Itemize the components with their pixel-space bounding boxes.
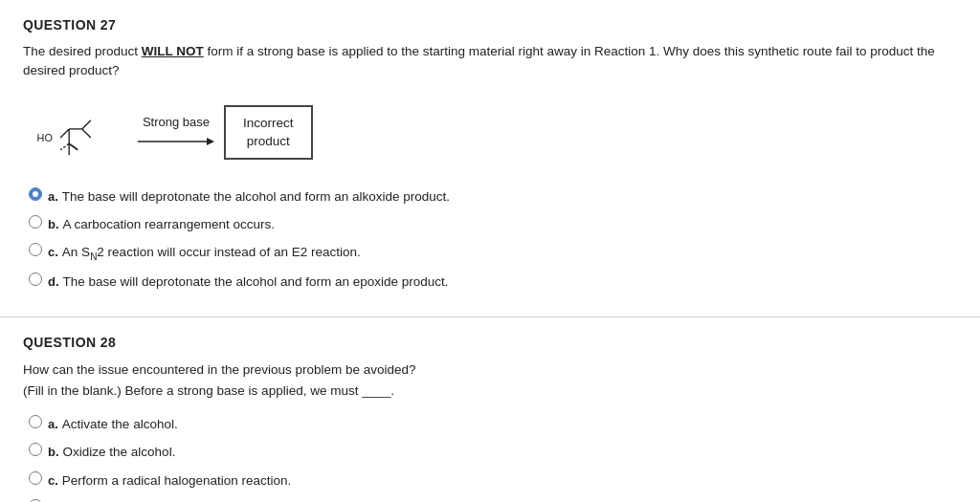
svg-line-7	[69, 143, 78, 149]
question-28-title: QUESTION 28	[23, 335, 957, 350]
starting-material-svg: HO	[33, 95, 128, 171]
question-28-text: How can the issue encountered in the pre…	[23, 360, 957, 401]
product-text: Incorrectproduct	[243, 116, 294, 148]
q27-radio-c[interactable]	[29, 243, 42, 256]
reaction-arrow-area: Strong base	[138, 115, 214, 150]
question-27-block: QUESTION 27 The desired product WILL NOT…	[0, 0, 980, 317]
q28-option-c[interactable]: c. Perform a radical halogenation reacti…	[29, 470, 957, 491]
q27-label-c: c.	[48, 243, 58, 262]
q27-label-a: a.	[48, 187, 58, 207]
q28-text-c: Perform a radical halogenation reaction.	[62, 471, 291, 491]
question-28-block: QUESTION 28 How can the issue encountere…	[0, 317, 980, 502]
q27-option-a[interactable]: a. The base will deprotonate the alcohol…	[29, 186, 957, 207]
question-27-title: QUESTION 27	[23, 17, 957, 33]
product-box: Incorrectproduct	[224, 105, 313, 161]
q27-option-b[interactable]: b. A carbocation rearrangement occurs.	[29, 214, 957, 234]
arrow-svg	[138, 133, 214, 150]
q28-text-a: Activate the alcohol.	[62, 415, 178, 434]
q28-option-a[interactable]: a. Activate the alcohol.	[29, 414, 957, 434]
q28-text-line1: How can the issue encountered in the pre…	[23, 362, 416, 377]
reaction-diagram: HO Strong base	[33, 95, 957, 171]
q27-label-d: d.	[48, 273, 59, 292]
q27-text-before-underline: The desired product	[23, 44, 142, 58]
q28-label-b: b.	[48, 443, 59, 462]
reaction-arrow-line	[138, 133, 214, 150]
q28-text-b: Oxidize the alcohol.	[63, 443, 176, 462]
q27-text-a: The base will deprotonate the alcohol an…	[62, 187, 450, 207]
q27-text-b: A carbocation rearrangement occurs.	[63, 215, 275, 234]
q28-radio-c[interactable]	[29, 471, 42, 485]
q27-text-underline: WILL NOT	[142, 44, 204, 58]
q28-text-line2: (Fill in the blank.) Before a strong bas…	[23, 383, 394, 398]
q28-radio-a[interactable]	[29, 415, 42, 428]
q27-text-c: An SN2 reaction will occur instead of an…	[62, 243, 361, 264]
q27-label-b: b.	[48, 215, 59, 234]
q27-option-c[interactable]: c. An SN2 reaction will occur instead of…	[29, 242, 957, 264]
q27-text-d: The base will deprotonate the alcohol an…	[63, 273, 449, 292]
svg-line-3	[82, 120, 91, 128]
svg-line-1	[60, 128, 69, 137]
q28-options-list: a. Activate the alcohol. b. Oxidize the …	[29, 414, 957, 502]
svg-line-6	[60, 143, 69, 149]
q27-radio-a[interactable]	[29, 187, 42, 201]
q27-option-d[interactable]: d. The base will deprotonate the alcohol…	[29, 272, 957, 292]
q28-option-b[interactable]: b. Oxidize the alcohol.	[29, 442, 957, 462]
q27-radio-d[interactable]	[29, 273, 42, 286]
reaction-arrow-label: Strong base	[143, 115, 210, 129]
question-27-text: The desired product WILL NOT form if a s…	[23, 42, 957, 81]
q28-label-a: a.	[48, 415, 58, 434]
q27-radio-b[interactable]	[29, 215, 42, 229]
svg-text:HO: HO	[37, 131, 53, 142]
q28-radio-b[interactable]	[29, 443, 42, 456]
q27-options-list: a. The base will deprotonate the alcohol…	[29, 186, 957, 292]
q28-label-c: c.	[48, 471, 58, 491]
svg-marker-10	[207, 138, 214, 145]
svg-line-4	[82, 128, 91, 137]
q28-option-d[interactable]: d. Deprotonate the alcohol.	[29, 498, 957, 502]
